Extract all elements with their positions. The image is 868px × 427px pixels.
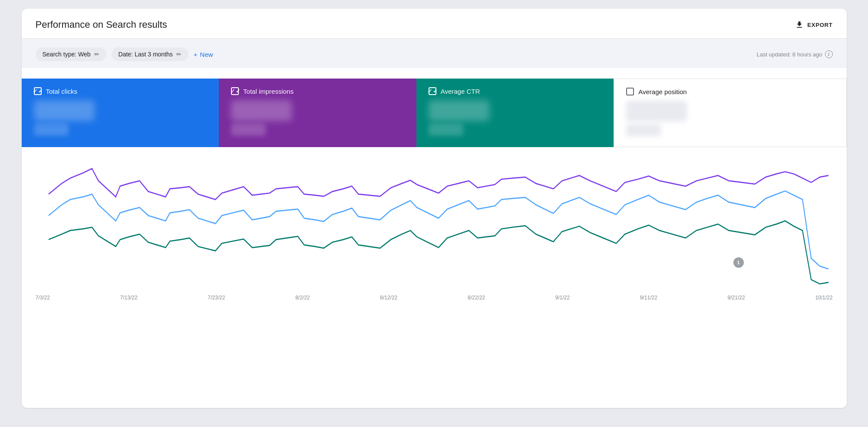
x-label-4: 8/12/22 (380, 295, 397, 301)
total-clicks-subvalue (34, 124, 69, 136)
main-card: Performance on Search results EXPORT Sea… (22, 9, 847, 408)
export-button[interactable]: EXPORT (795, 20, 832, 29)
header: Performance on Search results EXPORT (22, 9, 847, 39)
total-clicks-label: Total clicks (46, 88, 78, 95)
date-filter[interactable]: Date: Last 3 months ✏ (112, 47, 188, 61)
export-icon (795, 20, 804, 29)
filters-row: Search type: Web ✏ Date: Last 3 months ✏… (22, 39, 847, 68)
new-button[interactable]: + Total clicks New (194, 51, 213, 58)
x-label-5: 8/22/22 (468, 295, 485, 301)
filters-left: Search type: Web ✏ Date: Last 3 months ✏… (36, 47, 213, 61)
x-label-9: 10/1/22 (815, 295, 832, 301)
average-position-subvalue (626, 124, 661, 136)
x-label-1: 7/13/22 (120, 295, 138, 301)
chart-area: 1 7/3/22 7/13/22 7/23/22 8/2/22 8/12/22 … (22, 151, 847, 315)
date-badge: 1 (733, 257, 744, 268)
date-edit-icon: ✏ (176, 51, 182, 58)
metric-total-impressions[interactable]: ✓ Total impressions (219, 79, 416, 147)
x-label-6: 9/1/22 (555, 295, 570, 301)
total-clicks-checkbox[interactable]: ✓ (34, 87, 42, 95)
average-ctr-checkbox[interactable]: ✓ (429, 87, 436, 95)
average-position-value (626, 101, 687, 122)
total-impressions-subvalue (231, 124, 266, 136)
purple-line (48, 168, 828, 199)
metric-total-clicks[interactable]: ✓ Total clicks (22, 79, 219, 147)
x-label-0: 7/3/22 (36, 295, 50, 301)
metric-average-ctr[interactable]: ✓ Average CTR (416, 79, 614, 147)
green-line (48, 221, 828, 284)
total-impressions-checkbox[interactable]: ✓ (231, 87, 239, 95)
chart-svg (36, 151, 833, 290)
x-axis-labels: 7/3/22 7/13/22 7/23/22 8/2/22 8/12/22 8/… (36, 290, 833, 301)
last-updated: Last updated: 8 hours ago i (756, 50, 832, 58)
x-label-3: 8/2/22 (295, 295, 310, 301)
search-type-edit-icon: ✏ (94, 51, 99, 58)
x-label-7: 9/11/22 (640, 295, 657, 301)
x-label-2: 7/23/22 (208, 295, 225, 301)
total-impressions-value (231, 100, 292, 121)
total-clicks-value (34, 100, 95, 121)
metrics-row: ✓ Total clicks ✓ Total impressions ✓ Ave… (22, 68, 847, 147)
blue-line (48, 191, 828, 269)
page-title: Performance on Search results (36, 19, 167, 30)
total-impressions-label: Total impressions (243, 88, 294, 95)
average-position-checkbox[interactable] (626, 88, 634, 95)
average-position-label: Average position (638, 88, 686, 95)
x-label-8: 9/21/22 (728, 295, 745, 301)
average-ctr-value (429, 100, 489, 121)
search-type-filter[interactable]: Search type: Web ✏ (36, 47, 106, 61)
metric-average-position[interactable]: Average position (614, 79, 846, 147)
plus-icon: + (194, 51, 198, 58)
info-icon[interactable]: i (825, 50, 833, 58)
chart-container: 1 (36, 151, 833, 290)
average-ctr-subvalue (429, 124, 463, 136)
average-ctr-label: Average CTR (441, 88, 480, 95)
